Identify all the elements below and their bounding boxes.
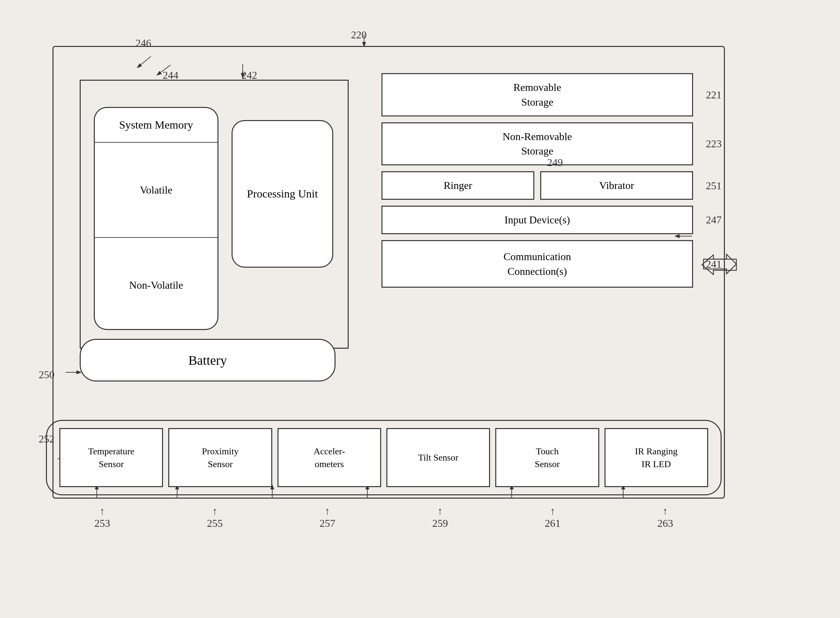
- label-220: 220: [351, 29, 367, 41]
- battery-box: Battery: [80, 339, 335, 382]
- label-223: 223: [706, 137, 721, 151]
- ref-253-label: 253: [95, 517, 110, 529]
- label-242: 242: [241, 69, 257, 81]
- ref-255-up-arrow: ↑: [212, 505, 217, 517]
- touch-sensor-box: TouchSensor: [495, 428, 599, 487]
- label-244: 244: [163, 69, 178, 81]
- label-250: 250: [39, 369, 55, 381]
- ir-ranging-box: IR RangingIR LED: [604, 428, 708, 487]
- memory-divider-2: [95, 237, 217, 238]
- non-volatile-section: Non-Volatile: [95, 241, 217, 329]
- non-removable-storage-text: Non-RemovableStorage: [503, 131, 572, 157]
- ref-253-up-arrow: ↑: [100, 505, 105, 517]
- accelerometers-box: Acceler-ometers: [278, 428, 381, 487]
- right-section: RemovableStorage 221 Non-RemovableStorag…: [381, 73, 693, 288]
- label-249: 249: [547, 155, 563, 170]
- ringer-text: Ringer: [444, 180, 472, 191]
- label-247: 247: [706, 212, 721, 227]
- sensor-outer-box: TemperatureSensor ProximitySensor Accele…: [46, 420, 721, 495]
- ref-261-up-arrow: ↑: [550, 505, 555, 517]
- removable-storage-text: RemovableStorage: [513, 81, 561, 108]
- vibrator-box: Vibrator 251: [540, 171, 693, 200]
- tilt-sensor-box: Tilt Sensor: [386, 428, 490, 487]
- ref-253: ↑ 253: [95, 505, 110, 529]
- ref-257: ↑ 257: [319, 505, 335, 529]
- volatile-section: Volatile: [95, 146, 217, 234]
- touch-sensor-text: TouchSensor: [535, 445, 560, 470]
- bottom-refs: ↑ 253 ↑ 255 ↑ 257 ↑ 259 ↑ 261 ↑ 263: [46, 505, 721, 529]
- comm-double-arrow: [700, 253, 740, 276]
- removable-storage-box: RemovableStorage 221: [381, 73, 693, 116]
- communication-box: CommunicationConnection(s) 241: [381, 240, 693, 288]
- temperature-sensor-text: TemperatureSensor: [88, 445, 135, 470]
- ref-259-up-arrow: ↑: [438, 505, 443, 517]
- input-devices-text: Input Device(s): [505, 214, 570, 226]
- label-251: 251: [706, 178, 721, 193]
- svg-marker-1: [702, 255, 736, 275]
- ringer-box: Ringer 249: [381, 171, 534, 200]
- processing-unit-box: Processing Unit: [232, 120, 333, 268]
- label-246: 246: [135, 37, 151, 49]
- system-memory-box: System Memory Volatile Non-Volatile: [94, 107, 218, 330]
- vibrator-text: Vibrator: [599, 180, 634, 191]
- ir-ranging-text: IR RangingIR LED: [635, 445, 678, 470]
- ref-263: ↑ 263: [657, 505, 673, 529]
- ref-259: ↑ 259: [432, 505, 448, 529]
- ref-259-label: 259: [432, 517, 448, 529]
- ref-257-label: 257: [319, 517, 335, 529]
- ref-263-label: 263: [657, 517, 673, 529]
- svg-marker-0: [703, 254, 736, 274]
- ringer-vibrator-row: Ringer 249 Vibrator 251: [381, 171, 693, 200]
- tilt-sensor-text: Tilt Sensor: [418, 451, 459, 464]
- system-memory-title: System Memory: [113, 108, 200, 139]
- ref-261-label: 261: [545, 517, 561, 529]
- ref-255: ↑ 255: [207, 505, 223, 529]
- input-devices-box: Input Device(s) 247: [381, 206, 693, 234]
- battery-text: Battery: [188, 353, 227, 368]
- accelerometers-text: Acceler-ometers: [313, 445, 345, 470]
- inner-box-246: 244 System Memory Volatile Non-Volatile …: [80, 80, 349, 349]
- label-221: 221: [706, 87, 721, 102]
- memory-divider-1: [95, 142, 217, 143]
- ref-263-up-arrow: ↑: [663, 505, 668, 517]
- diagram-container: 220 246 244 System Memory Volatile Non-V…: [33, 26, 787, 600]
- proximity-sensor-box: ProximitySensor: [168, 428, 272, 487]
- temperature-sensor-box: TemperatureSensor: [59, 428, 163, 487]
- ref-261: ↑ 261: [545, 505, 561, 529]
- ref-257-up-arrow: ↑: [325, 505, 330, 517]
- ref-255-label: 255: [207, 517, 223, 529]
- processing-unit-text: Processing Unit: [247, 186, 318, 202]
- non-removable-storage-box: Non-RemovableStorage 223: [381, 122, 693, 166]
- communication-text: CommunicationConnection(s): [503, 251, 571, 277]
- proximity-sensor-text: ProximitySensor: [202, 445, 239, 470]
